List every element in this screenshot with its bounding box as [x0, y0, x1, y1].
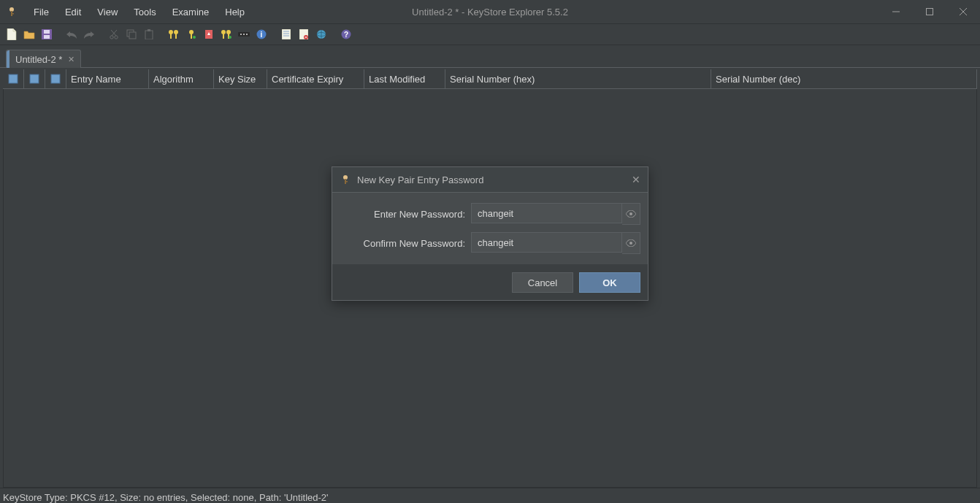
status-text: KeyStore Type: PKCS #12, Size: no entrie…: [3, 492, 329, 503]
svg-point-56: [629, 212, 632, 215]
svg-rect-38: [282, 29, 291, 39]
tab-untitled-2[interactable]: Untitled-2 * ✕: [6, 50, 81, 68]
menu-file[interactable]: File: [26, 4, 56, 20]
info-icon[interactable]: i: [254, 27, 269, 42]
svg-point-31: [229, 36, 231, 39]
svg-point-11: [115, 36, 118, 39]
svg-rect-8: [44, 30, 50, 34]
paste-icon[interactable]: [142, 27, 156, 42]
open-folder-icon[interactable]: [22, 27, 37, 42]
ok-button[interactable]: OK: [579, 272, 640, 293]
copy-icon[interactable]: [124, 27, 139, 42]
svg-rect-16: [145, 31, 153, 39]
dialog-button-row: Cancel OK: [332, 265, 648, 300]
svg-text:?: ?: [344, 31, 348, 39]
confirm-password-input[interactable]: [471, 232, 622, 253]
minimize-button[interactable]: [879, 0, 913, 23]
svg-rect-15: [129, 32, 136, 39]
tab-strip: Untitled-2 * ✕: [0, 45, 980, 68]
app-icon: [6, 6, 18, 18]
col-lock-icon[interactable]: [24, 69, 45, 88]
dialog-title: New Key Pair Entry Password: [357, 174, 483, 185]
cancel-button[interactable]: Cancel: [512, 272, 573, 293]
dialog-titlebar: New Key Pair Entry Password ✕: [332, 167, 648, 193]
menu-edit[interactable]: Edit: [58, 4, 88, 20]
svg-rect-50: [9, 74, 18, 83]
toggle-visibility-icon-1[interactable]: [622, 203, 640, 225]
svg-rect-52: [51, 74, 60, 83]
close-button[interactable]: [946, 0, 980, 23]
enter-password-input[interactable]: [471, 203, 622, 223]
col-type-icon[interactable]: [3, 69, 24, 88]
view-cert-icon[interactable]: [279, 27, 294, 42]
col-serial-hex[interactable]: Serial Number (hex): [445, 69, 711, 88]
svg-rect-23: [191, 34, 192, 39]
svg-rect-4: [927, 9, 933, 15]
gen-secretkey-icon[interactable]: [184, 27, 199, 42]
password-dialog: New Key Pair Entry Password ✕ Enter New …: [332, 166, 648, 301]
svg-rect-55: [345, 181, 348, 183]
svg-rect-9: [44, 35, 50, 39]
svg-rect-21: [175, 34, 177, 39]
redo-icon[interactable]: [82, 27, 96, 42]
svg-point-10: [110, 36, 113, 39]
toolbar: i ?: [0, 24, 980, 45]
title-bar: File Edit View Tools Examine Help Untitl…: [0, 0, 980, 24]
col-algorithm[interactable]: Algorithm: [149, 69, 214, 88]
svg-point-57: [629, 242, 632, 245]
svg-point-34: [243, 34, 245, 35]
view-crl-icon[interactable]: [296, 27, 311, 42]
dialog-app-icon: [340, 174, 351, 185]
status-bar: KeyStore Type: PKCS #12, Size: no entrie…: [0, 488, 980, 503]
menu-tools[interactable]: Tools: [126, 4, 163, 20]
new-file-icon[interactable]: [4, 27, 19, 42]
menu-view[interactable]: View: [90, 4, 125, 20]
save-icon[interactable]: [39, 27, 54, 42]
col-cert-expiry[interactable]: Certificate Expiry: [267, 69, 364, 88]
table-header: Entry Name Algorithm Key Size Certificat…: [3, 69, 977, 89]
import-keypair-icon[interactable]: [219, 27, 234, 42]
svg-rect-2: [11, 13, 14, 15]
help-icon[interactable]: ?: [339, 27, 353, 42]
svg-point-24: [193, 36, 196, 39]
svg-point-33: [240, 34, 242, 35]
undo-icon[interactable]: [64, 27, 79, 42]
window-controls: [879, 0, 980, 23]
dialog-close-icon[interactable]: ✕: [632, 174, 640, 185]
svg-rect-28: [223, 34, 224, 39]
svg-line-12: [112, 30, 117, 36]
svg-rect-19: [170, 34, 172, 39]
dialog-body: Enter New Password: Confirm New Password…: [332, 193, 648, 265]
examine-ssl-icon[interactable]: [314, 27, 329, 42]
col-entry-name[interactable]: Entry Name: [66, 69, 149, 88]
svg-line-13: [111, 30, 116, 36]
svg-text:i: i: [261, 31, 263, 39]
cut-icon[interactable]: [107, 27, 121, 42]
maximize-button[interactable]: [913, 0, 946, 23]
menu-help[interactable]: Help: [218, 4, 252, 20]
toggle-visibility-icon-2[interactable]: [622, 232, 640, 254]
menu-examine[interactable]: Examine: [165, 4, 217, 20]
col-cert-icon[interactable]: [45, 69, 66, 88]
svg-rect-17: [148, 29, 150, 31]
set-pw-icon[interactable]: [237, 27, 251, 42]
col-last-modified[interactable]: Last Modified: [364, 69, 445, 88]
svg-point-35: [246, 34, 248, 35]
gen-keypair-icon[interactable]: [166, 27, 181, 42]
import-cert-icon[interactable]: [202, 27, 216, 42]
tab-close-icon[interactable]: ✕: [68, 55, 74, 64]
col-serial-dec[interactable]: Serial Number (dec): [711, 69, 977, 88]
svg-rect-51: [30, 74, 39, 83]
enter-password-label: Enter New Password:: [340, 209, 471, 220]
confirm-password-label: Confirm New Password:: [340, 238, 471, 249]
col-key-size[interactable]: Key Size: [214, 69, 267, 88]
menubar: File Edit View Tools Examine Help: [26, 4, 252, 20]
tab-label: Untitled-2 *: [15, 54, 62, 65]
